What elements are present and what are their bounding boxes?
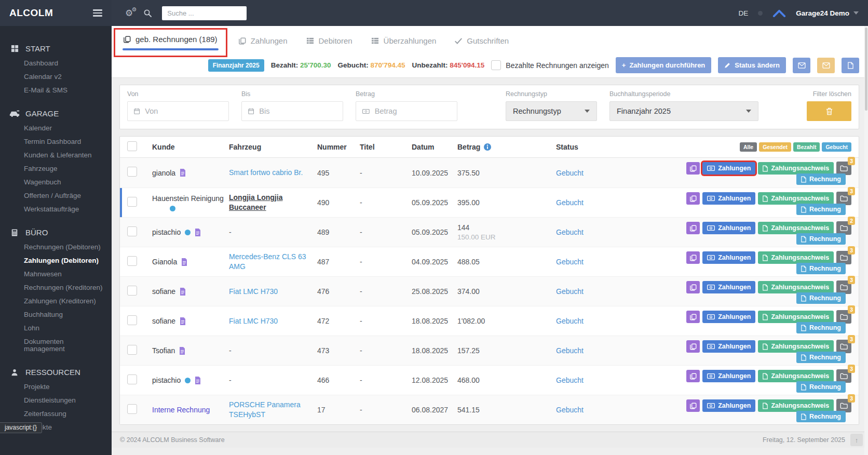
status-link[interactable]: Gebucht	[556, 198, 584, 207]
row-checkbox[interactable]	[127, 286, 137, 296]
vehicle-link[interactable]: Mercedes-Benz CLS 63 AMG	[229, 252, 306, 271]
zahlungen-button[interactable]: Zahlungen	[702, 251, 755, 264]
duplicate-button[interactable]	[686, 311, 700, 323]
duplicate-button[interactable]	[686, 340, 700, 353]
duplicate-button[interactable]	[686, 251, 700, 264]
sidebar-item-werkstattaufträge[interactable]: Werkstattaufträge	[0, 203, 112, 216]
zahlungen-button[interactable]: Zahlungen	[702, 192, 755, 205]
table-row[interactable]: sofiane Fiat LMC H730 472 - 18.08.2025 1…	[120, 306, 859, 336]
zahlungsnachweis-button[interactable]: Zahlungsnachweis	[758, 281, 834, 293]
row-checkbox[interactable]	[127, 197, 137, 207]
rechnungstyp-select[interactable]: Rechnungstyp	[506, 101, 597, 121]
sidebar-item-buchhaltung[interactable]: Buchhaltung	[0, 308, 112, 322]
col-nummer[interactable]: Nummer	[317, 143, 360, 151]
row-checkbox[interactable]	[127, 345, 137, 355]
duplicate-button[interactable]	[686, 192, 700, 205]
email-reminder-button[interactable]	[817, 58, 835, 73]
notification-dot-icon[interactable]	[758, 11, 763, 16]
vehicle-link[interactable]: Longjia Longjia Buccaneer	[229, 193, 282, 211]
search-input[interactable]	[167, 9, 241, 17]
select-all-checkbox[interactable]	[127, 141, 137, 151]
note-document-icon[interactable]	[180, 288, 186, 296]
vehicle-link[interactable]: Fiat LMC H730	[229, 287, 278, 296]
rechnung-button[interactable]: Rechnung	[796, 352, 846, 363]
customer-name[interactable]: pistachio	[152, 376, 181, 384]
status-link[interactable]: Gebucht	[556, 376, 584, 384]
rechnung-button[interactable]: Rechnung	[796, 263, 846, 274]
status-link[interactable]: Gebucht	[556, 287, 584, 296]
scroll-top-button[interactable]: ↑	[850, 434, 863, 446]
rechnung-button[interactable]: Rechnung	[796, 173, 846, 185]
tab-geb-rechnungen-189[interactable]: geb. Rechnungen (189)	[115, 30, 226, 44]
table-row[interactable]: pistachio - 489 - 05.09.2025 144 150.00 …	[120, 217, 859, 247]
col-titel[interactable]: Titel	[360, 143, 412, 151]
rechnung-button[interactable]: Rechnung	[796, 411, 846, 422]
sidebar-section-start[interactable]: START	[0, 41, 112, 57]
table-row[interactable]: Tsofian - 473 - 18.08.2025 157.25 Gebuch…	[120, 336, 859, 365]
col-kunde[interactable]: Kunde	[152, 143, 229, 151]
sidebar-item-kalender[interactable]: Kalender	[0, 122, 112, 135]
zahlungsnachweis-button[interactable]: Zahlungsnachweis	[758, 399, 834, 412]
row-checkbox[interactable]	[127, 404, 137, 414]
table-row[interactable]: sofiane Fiat LMC H730 476 - 25.08.2025 3…	[120, 276, 859, 306]
sidebar-section-garage[interactable]: GARAGE	[0, 105, 112, 122]
note-document-icon[interactable]	[180, 169, 186, 177]
sidebar-item-rechnungen-debitoren[interactable]: Rechnungen (Debitoren)	[0, 240, 112, 254]
tab-zahlungen[interactable]: Zahlungen	[229, 28, 297, 51]
note-document-icon[interactable]	[180, 317, 186, 325]
search-icon[interactable]	[143, 9, 152, 17]
zahlungsnachweis-button[interactable]: Zahlungsnachweis	[758, 251, 834, 264]
zahlungen-button[interactable]: Zahlungen	[702, 340, 755, 353]
status-link[interactable]: Gebucht	[556, 228, 584, 236]
col-fahrzeug[interactable]: Fahrzeug	[229, 143, 317, 151]
sidebar-item-fahrzeuge[interactable]: Fahrzeuge	[0, 162, 112, 176]
periode-select[interactable]: Finanzjahr 2025	[609, 101, 758, 121]
von-input[interactable]	[145, 107, 222, 115]
sidebar-section-büro[interactable]: BÜRO	[0, 224, 112, 240]
sidebar-section-ressourcen[interactable]: RESSOURCEN	[0, 364, 112, 380]
status-link[interactable]: Gebucht	[556, 258, 584, 266]
customer-name[interactable]: Hauenstein Reinigung	[152, 194, 224, 203]
sidebar-item-termin-dashboard[interactable]: Termin Dashboard	[0, 135, 112, 149]
rechnung-button[interactable]: Rechnung	[796, 381, 846, 393]
export-pdf-button[interactable]	[842, 58, 859, 73]
zahlungen-button[interactable]: Zahlungen	[702, 399, 755, 412]
table-row[interactable]: Hauenstein Reinigung Longjia Longjia Buc…	[120, 188, 859, 217]
rechnung-button[interactable]: Rechnung	[796, 292, 846, 304]
duplicate-button[interactable]	[686, 399, 700, 412]
language-selector[interactable]: DE	[738, 9, 748, 17]
sidebar-item-offerten-aufträge[interactable]: Offerten / Aufträge	[0, 189, 112, 203]
vehicle-link[interactable]: -	[229, 376, 232, 384]
scrollbar[interactable]	[864, 26, 868, 455]
note-document-icon[interactable]	[181, 258, 187, 266]
zahlungsnachweis-button[interactable]: Zahlungsnachweis	[758, 340, 834, 353]
sidebar-item-wagenbuch[interactable]: Wagenbuch	[0, 176, 112, 189]
duplicate-button[interactable]	[686, 162, 700, 175]
vehicle-link[interactable]: -	[229, 346, 232, 355]
hamburger-menu-icon[interactable]	[93, 7, 102, 19]
zahlungen-button[interactable]: Zahlungen	[702, 222, 755, 234]
sidebar-item-mahnwesen[interactable]: Mahnwesen	[0, 267, 112, 281]
sidebar-item-zahlungen-kreditoren[interactable]: Zahlungen (Kreditoren)	[0, 295, 112, 308]
clear-filter-button[interactable]	[807, 101, 851, 121]
zahlungsnachweis-button[interactable]: Zahlungsnachweis	[758, 370, 834, 382]
zahlungen-button[interactable]: Zahlungen	[702, 162, 755, 175]
betrag-input[interactable]	[375, 107, 451, 115]
account-menu[interactable]: Garage24 Demo	[796, 9, 859, 17]
row-checkbox[interactable]	[127, 167, 137, 177]
sidebar-item-zahlungen-debitoren[interactable]: Zahlungen (Debitoren)	[0, 254, 112, 267]
sidebar-item-e-mail-sms[interactable]: E-Mail & SMS	[0, 84, 112, 97]
sidebar-item-dienstleistungen[interactable]: Dienstleistungen	[0, 394, 112, 407]
bis-input[interactable]	[259, 107, 336, 115]
sidebar-item-dokumenten-management[interactable]: Dokumenten management	[0, 335, 112, 356]
tab-gutschriften[interactable]: Gutschriften	[445, 28, 518, 51]
row-checkbox[interactable]	[127, 256, 137, 266]
filter-badge-bezahlt[interactable]: Bezahlt	[793, 142, 820, 152]
table-row[interactable]: Interne Rechnung PORSCHE Panamera TSEHyb…	[120, 395, 859, 424]
settings-gears-icon[interactable]: ⚙⚙	[125, 9, 133, 18]
status-link[interactable]: Gebucht	[556, 169, 584, 177]
zahlungsnachweis-button[interactable]: Zahlungsnachweis	[758, 192, 834, 205]
filter-badge-gebucht[interactable]: Gebucht	[822, 142, 851, 152]
email-button[interactable]	[793, 58, 810, 73]
rechnung-button[interactable]: Rechnung	[796, 204, 846, 215]
